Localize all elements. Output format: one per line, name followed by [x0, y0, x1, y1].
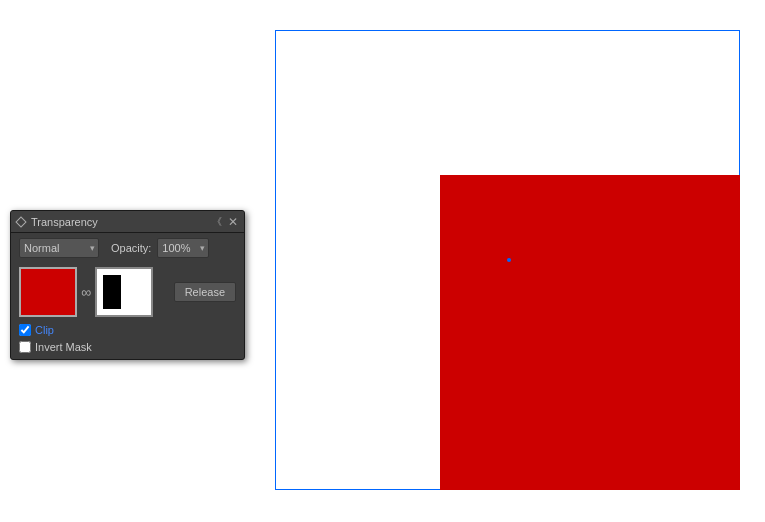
transparency-panel: Transparency 《 ✕ Normal Multiply Screen …	[10, 210, 245, 360]
panel-header-left: Transparency	[17, 216, 98, 228]
clip-label[interactable]: Clip	[19, 324, 54, 336]
blend-mode-wrapper: Normal Multiply Screen Overlay Soft Ligh…	[19, 238, 99, 258]
blend-mode-select[interactable]: Normal Multiply Screen Overlay Soft Ligh…	[19, 238, 99, 258]
clip-label-text: Clip	[35, 324, 54, 336]
mask-thumbnail[interactable]	[95, 267, 153, 317]
opacity-input[interactable]: 100%	[157, 238, 209, 258]
opacity-input-wrapper: 100%	[157, 238, 209, 258]
clip-checkbox[interactable]	[19, 324, 31, 336]
blend-opacity-row: Normal Multiply Screen Overlay Soft Ligh…	[11, 233, 244, 263]
red-rect	[440, 175, 740, 490]
panel-header: Transparency 《 ✕	[11, 211, 244, 233]
release-btn-wrapper: Release	[174, 282, 236, 302]
panel-title: Transparency	[31, 216, 98, 228]
invert-mask-row: Invert Mask	[11, 339, 244, 359]
panel-header-controls: 《 ✕	[212, 215, 238, 229]
thumbnails-row: ∞ Release	[11, 263, 244, 321]
panel-close-button[interactable]: ✕	[228, 216, 238, 228]
release-button[interactable]: Release	[174, 282, 236, 302]
clip-row: Clip	[11, 321, 244, 339]
panel-icon	[15, 216, 26, 227]
panel-collapse-icon[interactable]: 《	[212, 215, 222, 229]
invert-mask-label-text: Invert Mask	[35, 341, 92, 353]
link-icon[interactable]: ∞	[77, 284, 95, 300]
layer-thumbnail[interactable]	[19, 267, 77, 317]
invert-mask-checkbox[interactable]	[19, 341, 31, 353]
center-dot	[507, 258, 511, 262]
opacity-label: Opacity:	[111, 242, 151, 254]
invert-mask-label[interactable]: Invert Mask	[19, 341, 92, 353]
